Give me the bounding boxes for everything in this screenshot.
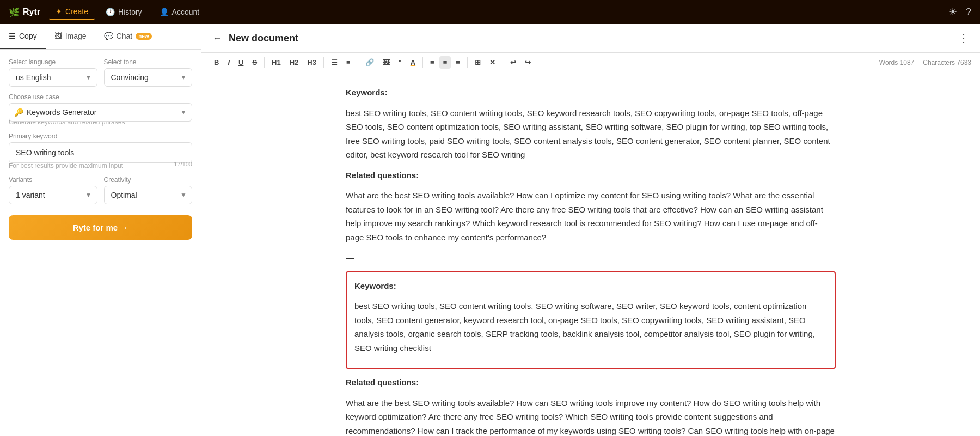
toolbar-divider-6: [503, 57, 503, 68]
document-title: New document: [229, 33, 298, 44]
image-icon: 🖼: [54, 32, 62, 40]
toolbar-divider-1: [264, 57, 265, 68]
variants-select[interactable]: 1 variant: [9, 186, 97, 204]
toolbar-divider-2: [323, 57, 324, 68]
related-questions-label-1: Related questions:: [346, 171, 419, 180]
variants-field-group: Variants 1 variant ▼: [9, 176, 97, 204]
undo-button[interactable]: ↩: [506, 56, 520, 69]
em-dash: —: [346, 251, 836, 265]
editor-toolbar: B I U S H1 H2 H3 ☰ ≡ 🔗 🖼 " A ≡ ≡ ≡ ⊞ ✕ ↩…: [201, 53, 980, 72]
clear-button[interactable]: ✕: [486, 56, 499, 69]
char-count: 17/100: [174, 161, 192, 169]
create-icon: ✦: [56, 7, 62, 16]
strikethrough-button[interactable]: S: [248, 56, 261, 69]
nav-tab-create[interactable]: ✦ Create: [49, 4, 95, 20]
underline-button[interactable]: U: [235, 56, 247, 69]
variants-select-wrapper: 1 variant ▼: [9, 186, 97, 204]
variants-creativity-row: Variants 1 variant ▼ Creativity Optimal: [9, 176, 192, 204]
language-select-wrapper: us English ▼: [9, 68, 97, 87]
account-icon: 👤: [160, 8, 169, 16]
char-count-toolbar: Characters 7633: [923, 59, 971, 66]
chat-icon: 💬: [104, 32, 113, 40]
bullet-list-button[interactable]: ☰: [327, 56, 341, 69]
main-layout: ☰ Copy 🖼 Image 💬 Chat new Select languag…: [0, 24, 980, 436]
editor-content: Keywords: best SEO writing tools, SEO co…: [346, 86, 836, 436]
creativity-select-wrapper: Optimal ▼: [104, 186, 193, 204]
keywords-label-1: Keywords:: [346, 88, 388, 97]
creativity-label: Creativity: [104, 176, 193, 184]
primary-keyword-label: Primary keyword: [9, 132, 192, 140]
align-center-button[interactable]: ≡: [439, 56, 451, 69]
logo[interactable]: 🌿 Rytr: [9, 7, 40, 17]
keywords-paragraph-1: best SEO writing tools, SEO content writ…: [346, 106, 836, 162]
keywords-label-2: Keywords:: [354, 281, 396, 290]
toolbar-divider-4: [422, 57, 423, 68]
tone-label: Select tone: [104, 58, 193, 66]
quote-button[interactable]: ": [395, 56, 406, 69]
language-field-group: Select language us English ▼: [9, 58, 97, 87]
use-case-select-wrapper: 🔑 Keywords Generator ▼: [9, 103, 192, 122]
logo-text: Rytr: [23, 7, 40, 17]
language-label: Select language: [9, 58, 97, 66]
keyword-hint-text: For best results provide maximum input: [9, 162, 123, 169]
keywords-paragraph-2: best SEO writing tools, SEO content writ…: [354, 299, 827, 355]
use-case-field-group: Choose use case 🔑 Keywords Generator ▼ G…: [9, 93, 192, 126]
language-select[interactable]: us English: [9, 68, 97, 87]
help-button[interactable]: ?: [966, 7, 971, 18]
highlight-button[interactable]: A: [407, 56, 419, 69]
bold-button[interactable]: B: [210, 56, 223, 69]
use-case-label: Choose use case: [9, 93, 192, 101]
toolbar-divider-5: [467, 57, 468, 68]
ordered-list-button[interactable]: ≡: [342, 56, 354, 69]
h3-button[interactable]: H3: [303, 56, 320, 69]
tone-field-group: Select tone Convincing ▼: [104, 58, 193, 87]
primary-keyword-field-group: Primary keyword For best results provide…: [9, 132, 192, 169]
top-navigation: 🌿 Rytr ✦ Create 🕐 History 👤 Account ☀ ?: [0, 0, 980, 24]
related-questions-label-2: Related questions:: [346, 378, 419, 387]
use-case-select[interactable]: Keywords Generator: [9, 103, 192, 122]
creativity-field-group: Creativity Optimal ▼: [104, 176, 193, 204]
word-count: Words 1087: [879, 59, 914, 66]
editor-area[interactable]: Keywords: best SEO writing tools, SEO co…: [201, 72, 980, 436]
tone-select[interactable]: Convincing: [104, 68, 193, 87]
language-tone-row: Select language us English ▼ Select tone…: [9, 58, 192, 87]
sidebar: ☰ Copy 🖼 Image 💬 Chat new Select languag…: [0, 24, 201, 436]
sidebar-tab-image[interactable]: 🖼 Image: [46, 24, 95, 49]
sidebar-tab-copy[interactable]: ☰ Copy: [0, 24, 46, 49]
content-area: ← New document ⋮ B I U S H1 H2 H3 ☰ ≡ 🔗 …: [201, 24, 980, 436]
ryte-for-me-button[interactable]: Ryte for me →: [9, 215, 192, 240]
toolbar-divider-3: [358, 57, 358, 68]
highlighted-keywords-block: Keywords: best SEO writing tools, SEO co…: [346, 271, 836, 370]
related-questions-paragraph-1: What are the best SEO writing tools avai…: [346, 189, 836, 244]
document-menu-button[interactable]: ⋮: [958, 32, 969, 45]
primary-keyword-input[interactable]: [9, 142, 192, 163]
chat-new-badge: new: [136, 33, 151, 40]
table-button[interactable]: ⊞: [471, 56, 485, 69]
back-button[interactable]: ←: [212, 33, 222, 44]
redo-button[interactable]: ↪: [521, 56, 535, 69]
document-header: ← New document ⋮: [201, 24, 980, 53]
nav-tab-history[interactable]: 🕐 History: [99, 4, 149, 20]
link-button[interactable]: 🔗: [362, 56, 378, 69]
logo-icon: 🌿: [9, 7, 20, 17]
align-left-button[interactable]: ≡: [426, 56, 438, 69]
creativity-select[interactable]: Optimal: [104, 186, 193, 204]
image-toolbar-button[interactable]: 🖼: [379, 56, 394, 69]
nav-right-actions: ☀ ?: [948, 6, 971, 18]
copy-icon: ☰: [9, 32, 16, 40]
sidebar-tabs: ☰ Copy 🖼 Image 💬 Chat new: [0, 24, 201, 50]
align-right-button[interactable]: ≡: [452, 56, 464, 69]
related-questions-paragraph-2: What are the best SEO writing tools avai…: [346, 396, 836, 437]
use-case-icon: 🔑: [14, 108, 23, 117]
italic-button[interactable]: I: [224, 56, 234, 69]
sidebar-content: Select language us English ▼ Select tone…: [0, 50, 201, 436]
history-icon: 🕐: [106, 8, 115, 16]
word-char-count: Words 1087 Characters 7633: [879, 59, 971, 66]
variants-label: Variants: [9, 176, 97, 184]
nav-tab-account[interactable]: 👤 Account: [153, 4, 206, 20]
h1-button[interactable]: H1: [268, 56, 285, 69]
tone-select-wrapper: Convincing ▼: [104, 68, 193, 87]
h2-button[interactable]: H2: [286, 56, 303, 69]
theme-toggle-button[interactable]: ☀: [948, 6, 957, 18]
sidebar-tab-chat[interactable]: 💬 Chat new: [95, 24, 161, 49]
